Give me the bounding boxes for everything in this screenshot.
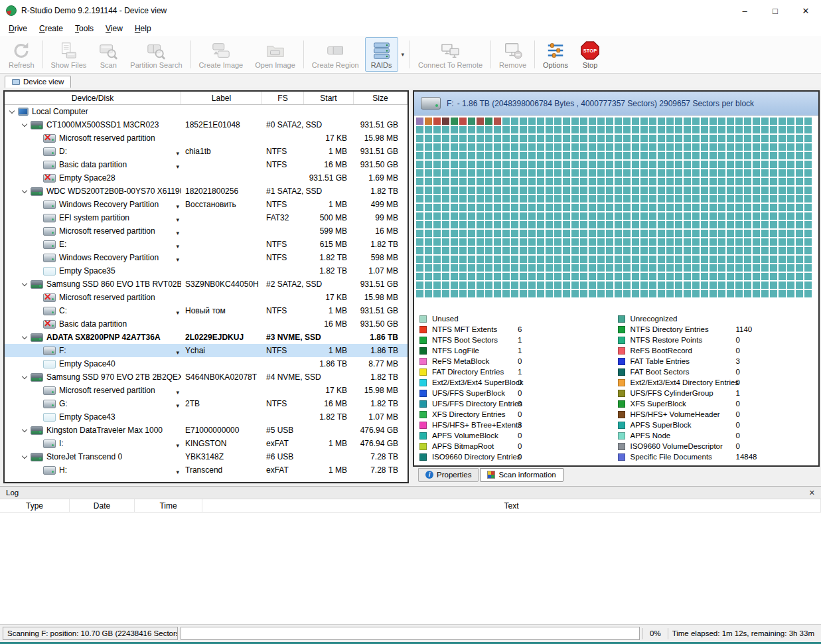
partition-dropdown-icon[interactable]: ▾	[176, 253, 179, 262]
disk-icon	[31, 121, 43, 129]
scan-block	[666, 118, 674, 125]
scan-block	[494, 264, 501, 272]
maximize-button[interactable]: □	[760, 0, 790, 21]
expander-icon[interactable]	[21, 373, 31, 381]
device-row[interactable]: Empty Space351.82 TB1.07 MB	[5, 264, 408, 278]
raids-button[interactable]: RAIDs	[365, 37, 398, 72]
partition-dropdown-icon[interactable]: ▾	[176, 147, 179, 156]
scan-block	[554, 273, 561, 280]
expander-icon[interactable]	[21, 333, 31, 341]
scan-block	[701, 290, 708, 297]
partition-dropdown-icon[interactable]: ▾	[176, 213, 179, 222]
scan-block	[709, 282, 717, 289]
device-row[interactable]: Microsoft reserved partition17 KB15.98 M…	[5, 131, 408, 145]
scan-block	[468, 282, 475, 289]
device-row[interactable]: Samsung SSD 970 EVO 2TB 2B2QEXE7S464NB0K…	[5, 370, 408, 384]
column-header-start[interactable]: Start	[304, 92, 354, 104]
device-row[interactable]: D:▾chia1tbNTFS1 MB931.51 GB	[5, 145, 408, 158]
tab-device-view[interactable]: Device view	[5, 76, 71, 88]
expander-icon[interactable]	[21, 121, 31, 129]
device-row[interactable]: EFI system partition▾FAT32500 MB99 MB	[5, 211, 408, 224]
device-row[interactable]: Samsung SSD 860 EVO 1TB RVT02B6QS3Z9NB0K…	[5, 278, 408, 291]
scan-block	[589, 187, 596, 194]
device-row[interactable]: Empty Space28931.51 GB1.69 MB	[5, 171, 408, 185]
menu-item-tools[interactable]: Tools	[69, 23, 100, 35]
log-column-text[interactable]: Text	[202, 499, 821, 512]
device-row[interactable]: Kingston DataTraveler Max 1000E710000000…	[5, 424, 408, 437]
menu-item-create[interactable]: Create	[33, 23, 69, 35]
partition-dropdown-icon[interactable]: ▾	[176, 200, 179, 209]
device-row[interactable]: Basic data partition16 MB931.50 GB	[5, 317, 408, 331]
tab-properties[interactable]: Properties	[418, 468, 479, 482]
menu-item-view[interactable]: View	[100, 23, 129, 35]
menu-item-help[interactable]: Help	[129, 23, 157, 35]
device-row[interactable]: E:▾NTFS615 MB1.82 TB	[5, 238, 408, 251]
device-row[interactable]: Windows Recovery Partition▾ВосстановитьN…	[5, 198, 408, 211]
device-row[interactable]: WDC WDS200T2B0B-00YS70 X61190...18202180…	[5, 185, 408, 198]
device-row[interactable]: Basic data partition▾NTFS16 MB931.50 GB	[5, 158, 408, 171]
legend-count: 0	[736, 368, 740, 376]
device-row[interactable]: I:▾KINGSTONexFAT1 MB476.94 GB	[5, 437, 408, 450]
device-row[interactable]: ADATA SX8200PNP 42A7T36A2L0229EJDKUJ#3 N…	[5, 331, 408, 344]
partition-dropdown-icon[interactable]: ▾	[176, 226, 179, 236]
close-button[interactable]: ✕	[790, 0, 821, 21]
column-header-size[interactable]: Size	[354, 92, 408, 104]
device-row[interactable]: CT1000MX500SSD1 M3CR0231852E1E01048#0 SA…	[5, 118, 408, 131]
scan-block	[589, 126, 596, 133]
scan-block	[563, 143, 570, 151]
device-name: I:	[59, 439, 64, 448]
device-row[interactable]: G:▾2TBNTFS16 MB1.82 TB	[5, 397, 408, 410]
main-area: Device/Disk Label FS Start Size Local Co…	[0, 88, 821, 486]
device-name: E:	[59, 240, 66, 249]
device-row[interactable]: H:▾TranscendexFAT1 MB7.28 TB	[5, 463, 408, 477]
partition-dropdown-icon[interactable]: ▾	[176, 386, 179, 395]
cell-size: 931.51 GB	[354, 280, 408, 289]
scan-block	[666, 264, 674, 272]
log-column-time[interactable]: Time	[135, 499, 202, 512]
device-row[interactable]: Empty Space401.86 TB8.77 MB	[5, 357, 408, 370]
scan-block	[753, 256, 760, 263]
partition-dropdown-icon[interactable]: ▾	[176, 346, 179, 355]
scan-block	[416, 126, 423, 133]
raids-dropdown-icon[interactable]: ▾	[398, 37, 408, 72]
device-row[interactable]: Microsoft reserved partition▾17 KB15.98 …	[5, 384, 408, 397]
tab-scan-information[interactable]: Scan information	[480, 468, 563, 482]
expander-icon[interactable]	[21, 280, 31, 288]
partition-dropdown-icon[interactable]: ▾	[176, 306, 179, 315]
scan-block	[761, 247, 769, 254]
log-column-type[interactable]: Type	[0, 499, 70, 512]
partition-dropdown-icon[interactable]: ▾	[176, 439, 179, 448]
scan-block	[606, 126, 613, 133]
device-row[interactable]: Local Computer	[5, 105, 408, 118]
device-row[interactable]: F:▾YchaiNTFS1 MB1.86 TB	[5, 344, 408, 357]
device-row[interactable]: StoreJet Transcend 0YBK3148Z#6 USB7.28 T…	[5, 450, 408, 463]
log-close-icon[interactable]: ✕	[809, 489, 815, 497]
stop-button[interactable]: STOPStop	[574, 37, 606, 72]
device-row[interactable]: Empty Space431.82 TB1.07 MB	[5, 410, 408, 424]
column-header-device-disk[interactable]: Device/Disk	[5, 92, 181, 104]
log-column-date[interactable]: Date	[70, 499, 135, 512]
device-row[interactable]: Microsoft reserved partition17 KB15.98 M…	[5, 291, 408, 304]
scan-block	[606, 187, 613, 194]
device-row[interactable]: Microsoft reserved partition▾599 MB16 MB	[5, 224, 408, 238]
menu-item-drive[interactable]: Drive	[3, 23, 33, 35]
column-header-fs[interactable]: FS	[262, 92, 304, 104]
expander-icon[interactable]	[21, 453, 31, 461]
scan-block	[649, 247, 656, 254]
disk-icon	[43, 386, 56, 395]
device-row[interactable]: C:▾Новый томNTFS1 MB931.51 GB	[5, 304, 408, 317]
device-row[interactable]: Windows Recovery Partition▾NTFS1.82 TB59…	[5, 251, 408, 264]
expander-icon[interactable]	[21, 187, 31, 195]
partition-dropdown-icon[interactable]: ▾	[176, 465, 179, 475]
partition-dropdown-icon[interactable]: ▾	[176, 399, 179, 408]
column-header-label[interactable]: Label	[181, 92, 262, 104]
disk-icon	[31, 453, 43, 461]
options-button[interactable]: Options	[537, 37, 574, 72]
expander-icon[interactable]	[8, 108, 18, 116]
cell-fs: NTFS	[262, 306, 304, 315]
expander-icon[interactable]	[21, 426, 31, 434]
partition-dropdown-icon[interactable]: ▾	[176, 160, 179, 169]
partition-dropdown-icon[interactable]: ▾	[176, 240, 179, 249]
scan-block	[744, 230, 751, 237]
minimize-button[interactable]: –	[729, 0, 760, 21]
